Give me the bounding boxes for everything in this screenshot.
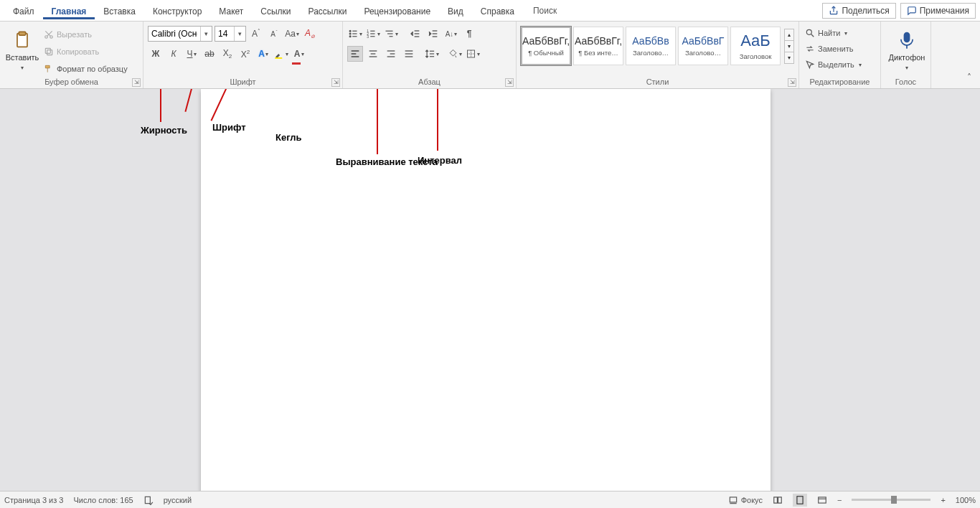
styles-launcher[interactable]: ⇲ [788,78,796,87]
style-title[interactable]: АаБЗаголовок [730,27,781,65]
tab-mailings[interactable]: Рассылки [300,2,356,19]
find-button[interactable]: Найти▾ [804,26,876,40]
copy-icon [44,47,54,57]
borders-icon [466,48,476,60]
clear-format-button[interactable]: A⊘ [302,26,318,42]
web-layout-button[interactable] [817,495,827,505]
zoom-slider[interactable] [852,499,930,501]
collapse-ribbon-button[interactable]: ˄ [961,70,977,85]
svg-text:3: 3 [367,34,369,39]
tab-file[interactable]: Файл [4,2,43,19]
copy-button[interactable]: Копировать [42,44,129,59]
borders-button[interactable] [465,46,481,62]
font-size-combo[interactable]: ▾ [215,26,246,42]
superscript-button[interactable]: X2 [237,46,253,62]
style-normal[interactable]: АаБбВвГг,¶ Обычный [521,27,571,65]
font-name-input[interactable] [149,27,200,41]
tab-review[interactable]: Рецензирование [355,2,439,19]
comments-button[interactable]: Примечания [900,3,976,19]
tab-home[interactable]: Главная [43,2,95,19]
bullets-icon [348,28,359,39]
styles-scroll-up[interactable]: ▴ [784,29,794,41]
group-clipboard-label: Буфер обмена [4,77,138,88]
svg-point-13 [349,36,351,37]
multilevel-button[interactable] [383,26,399,42]
bold-button[interactable]: Ж [148,46,164,62]
select-button[interactable]: Выделить▾ [804,57,876,72]
svg-rect-7 [45,48,50,53]
grow-font-button[interactable]: A˄ [248,26,264,42]
group-font: ▾ ▾ A˄ A˅ Aa A⊘ Ж К Ч ab X2 X2 A [143,22,343,88]
shading-button[interactable] [447,46,463,62]
paste-button[interactable]: Вставить ▾ [4,24,40,76]
font-launcher[interactable]: ⇲ [331,78,340,87]
group-styles-label: Стили [521,77,794,88]
zoom-in-button[interactable]: + [941,496,945,504]
zoom-slider-thumb[interactable] [891,496,897,504]
replace-button[interactable]: Заменить [804,42,876,56]
tab-layout[interactable]: Макет [210,2,252,19]
document-workspace: Жирность Шрифт Кегль Выравнивание текста… [0,89,980,491]
tab-design[interactable]: Конструктор [144,2,210,19]
sort-button[interactable]: A↓ [443,26,459,42]
styles-expand[interactable]: ▾ [784,52,794,64]
align-center-button[interactable] [365,46,381,62]
paragraph-launcher[interactable]: ⇲ [505,78,514,87]
share-button[interactable]: Поделиться [822,3,895,19]
status-page[interactable]: Страница 3 из 3 [4,496,63,504]
font-color-button[interactable]: A [291,46,307,62]
zoom-value[interactable]: 100% [956,496,976,504]
show-marks-button[interactable]: ¶ [461,26,477,42]
search-button[interactable]: Поиск [530,6,557,16]
focus-icon [728,495,738,505]
style-nospacing[interactable]: АаБбВвГг,¶ Без инте… [573,27,623,65]
change-case-button[interactable]: Aa [284,26,300,42]
format-painter-icon [44,64,54,74]
clipboard-launcher[interactable]: ⇲ [132,78,141,87]
outdent-button[interactable] [407,26,423,42]
numbering-button[interactable]: 123 [365,26,381,42]
font-size-caret[interactable]: ▾ [234,27,245,41]
status-words[interactable]: Число слов: 165 [73,496,133,504]
web-layout-icon [817,495,827,505]
tab-view[interactable]: Вид [439,2,472,19]
line-spacing-button[interactable] [424,46,440,62]
italic-button[interactable]: К [166,46,182,62]
highlight-button[interactable] [273,46,289,62]
shrink-font-button[interactable]: A˅ [266,26,282,42]
align-justify-button[interactable] [401,46,417,62]
style-heading1[interactable]: АаБбВвЗаголово… [626,27,676,65]
underline-button[interactable]: Ч [184,46,199,62]
indent-button[interactable] [425,26,441,42]
styles-scroll-down[interactable]: ▾ [784,40,794,52]
status-spellcheck[interactable] [143,495,154,505]
subscript-button[interactable]: X2 [220,46,235,62]
svg-rect-3 [19,32,25,35]
status-language[interactable]: русский [164,496,192,504]
group-voice-label: Голос [885,77,926,88]
strike-button[interactable]: ab [202,46,217,62]
bullets-button[interactable] [347,26,363,42]
tab-help[interactable]: Справка [472,2,523,19]
style-heading2[interactable]: АаБбВвГЗаголово… [678,27,728,65]
read-mode-button[interactable] [773,495,783,505]
align-right-button[interactable] [383,46,399,62]
format-painter-button[interactable]: Формат по образцу [42,62,129,76]
svg-rect-56 [819,497,826,502]
font-size-input[interactable] [215,27,234,41]
font-name-caret[interactable]: ▾ [200,27,212,41]
document-page[interactable] [201,89,771,491]
zoom-out-button[interactable]: − [837,496,842,504]
focus-mode-button[interactable]: Фокус [728,495,763,505]
dictate-button[interactable]: Диктофон ▾ [885,24,928,76]
tab-insert[interactable]: Вставка [95,2,144,19]
cut-button[interactable]: Вырезать [42,27,129,42]
print-layout-button[interactable] [793,494,807,507]
align-left-button[interactable] [347,46,363,62]
font-name-combo[interactable]: ▾ [148,26,212,42]
text-effects-button[interactable]: A [255,46,271,62]
group-paragraph: 123 A↓ ¶ Абзац ⇲ [343,22,517,88]
tab-references[interactable]: Ссылки [252,2,299,19]
svg-point-9 [349,30,351,32]
spellcheck-icon [143,495,154,505]
